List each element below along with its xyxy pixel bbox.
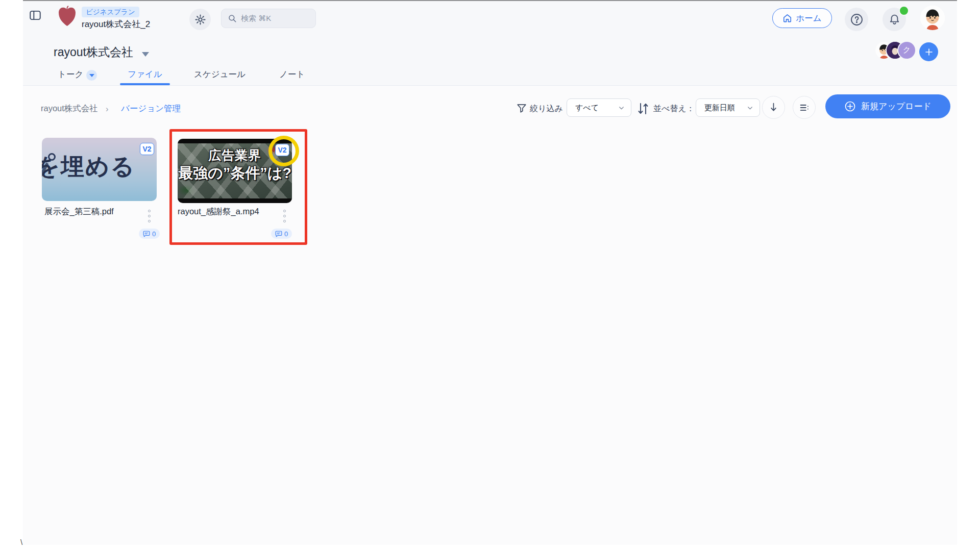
gear-icon: [194, 14, 206, 26]
active-tab-underline: [120, 83, 170, 85]
page: ビジネスプラン rayout株式会社_2 検索 ⌘K: [0, 0, 980, 551]
search-icon: [228, 14, 237, 23]
breadcrumb-root[interactable]: rayout株式会社: [41, 103, 98, 114]
file-name-pdf[interactable]: 展示会_第三稿.pdf: [44, 206, 114, 217]
tab-talk-caret[interactable]: [86, 70, 97, 81]
circle-plus-icon: [844, 101, 856, 112]
home-label: ホーム: [796, 13, 821, 24]
chevron-down-icon: [747, 105, 753, 111]
notifications-button[interactable]: [883, 8, 906, 31]
kebab-dot: [148, 210, 151, 212]
member-avatar-3[interactable]: ク: [897, 41, 916, 60]
tab-schedule[interactable]: スケジュール: [194, 69, 246, 80]
sort-direction-icon: [637, 102, 649, 115]
tab-talk[interactable]: トーク: [58, 69, 83, 80]
download-arrow-icon: [768, 102, 779, 113]
help-icon: [850, 13, 864, 27]
add-member-button[interactable]: [919, 42, 938, 61]
breadcrumb-current: バージョン管理: [121, 103, 181, 114]
new-upload-label: 新規アップロード: [861, 101, 932, 112]
list-view-icon: [799, 102, 810, 113]
notification-status-dot: [899, 6, 909, 16]
chevron-down-icon: [618, 105, 625, 111]
bell-icon: [888, 13, 901, 26]
home-icon: [782, 13, 792, 23]
plan-badge: ビジネスプラン: [82, 7, 139, 17]
workspace-logo[interactable]: [58, 6, 77, 29]
video-title-line2: 最強の”条件”は?: [178, 163, 292, 184]
file-menu-kebab[interactable]: [282, 209, 287, 223]
kebab-dot: [148, 220, 151, 222]
tab-notes[interactable]: ノート: [279, 69, 305, 80]
app-window: ビジネスプラン rayout株式会社_2 検索 ⌘K: [23, 0, 957, 545]
version-badge: V2: [275, 144, 289, 156]
comment-count-pill[interactable]: 0: [139, 229, 160, 239]
kebab-dot: [148, 215, 151, 217]
project-title: rayout株式会社: [54, 44, 133, 60]
comment-count: 0: [284, 230, 288, 238]
sort-select-value: 更新日順: [704, 103, 735, 113]
stray-glyph: \: [20, 538, 22, 546]
new-upload-button[interactable]: 新規アップロード: [825, 94, 950, 118]
comment-count-pill[interactable]: 0: [271, 229, 292, 239]
thumb-pdf-text: を埋める: [42, 151, 135, 183]
kebab-dot: [283, 215, 286, 217]
download-button[interactable]: [762, 96, 785, 119]
project-title-caret-icon[interactable]: [142, 52, 149, 57]
comment-bubble-icon: [275, 231, 282, 237]
search-placeholder-text: 検索 ⌘K: [241, 14, 271, 23]
settings-button[interactable]: [189, 9, 211, 30]
sort-select[interactable]: 更新日順: [696, 98, 760, 117]
tab-files[interactable]: ファイル: [128, 69, 162, 80]
filter-select[interactable]: すべて: [567, 98, 631, 117]
filter-funnel-icon: [516, 102, 527, 114]
header: ビジネスプラン rayout株式会社_2 検索 ⌘K: [23, 1, 957, 86]
comment-count: 0: [152, 230, 156, 238]
sort-label: 並べ替え：: [653, 104, 695, 114]
search-input[interactable]: 検索 ⌘K: [221, 9, 316, 28]
kebab-dot: [283, 220, 286, 222]
user-avatar[interactable]: [920, 6, 945, 30]
version-badge: V2: [140, 143, 154, 155]
file-menu-kebab[interactable]: [147, 209, 152, 223]
sidebar-toggle-button[interactable]: [27, 7, 43, 23]
breadcrumb-separator-icon: ›: [106, 104, 109, 114]
file-name-video[interactable]: rayout_感謝祭_a.mp4: [178, 206, 259, 217]
comment-bubble-icon: [143, 231, 150, 237]
help-button[interactable]: [845, 8, 868, 31]
filter-select-value: すべて: [575, 103, 599, 113]
filter-label: 絞り込み: [530, 104, 563, 114]
kebab-dot: [283, 210, 286, 212]
sidebar-toggle-icon: [29, 9, 42, 22]
org-name: rayout株式会社_2: [82, 18, 150, 30]
member-avatar-letter: ク: [903, 45, 911, 55]
home-button[interactable]: ホーム: [772, 8, 832, 28]
plus-icon: [924, 47, 934, 57]
caret-down-icon: [89, 74, 94, 77]
file-thumbnail-video[interactable]: 広告業界 最強の”条件”は? V2: [178, 139, 292, 203]
view-list-button[interactable]: [793, 96, 816, 119]
file-thumbnail-pdf[interactable]: を埋める V2: [42, 138, 157, 201]
